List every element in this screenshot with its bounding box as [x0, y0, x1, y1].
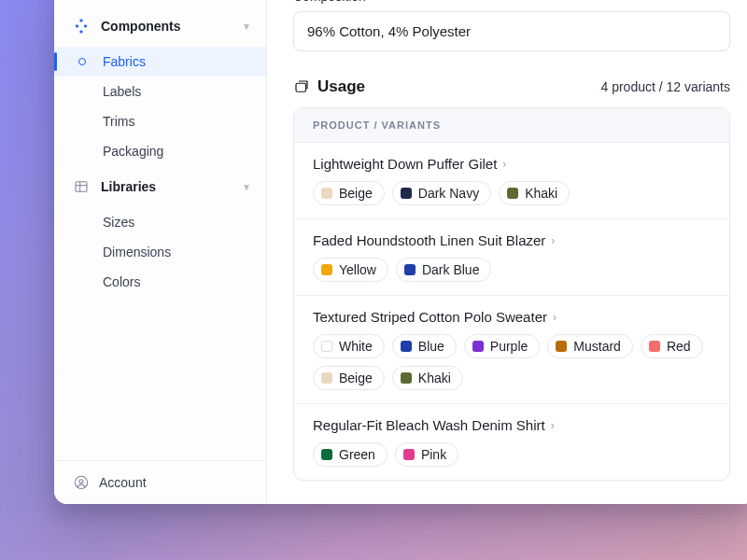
- usage-title: Usage: [317, 77, 365, 96]
- sidebar-item-colors[interactable]: Colors: [54, 267, 266, 297]
- sidebar-section-label: Libraries: [101, 179, 156, 194]
- variant-chip[interactable]: Dark Navy: [392, 181, 491, 205]
- sidebar-item-label: Trims: [103, 114, 134, 129]
- variant-chip[interactable]: Beige: [313, 181, 385, 205]
- usage-row: Regular-Fit Bleach Wash Denim Shirt›Gree…: [294, 404, 729, 480]
- variant-label: Yellow: [339, 262, 376, 277]
- composition-label: Composition: [293, 0, 730, 4]
- variant-label: Mustard: [573, 339, 621, 354]
- sidebar-section-libraries[interactable]: Libraries▼: [54, 166, 266, 207]
- color-swatch: [401, 341, 412, 352]
- color-swatch: [472, 341, 484, 352]
- svg-rect-7: [79, 30, 83, 34]
- sidebar-item-label: Fabrics: [103, 54, 146, 69]
- sidebar-section-label: Components: [101, 19, 181, 34]
- svg-rect-4: [79, 19, 83, 22]
- chevron-right-icon: ›: [502, 158, 506, 171]
- chevron-down-icon: ▼: [242, 182, 251, 192]
- main-content: Composition Usage 4 product / 12 variant…: [267, 0, 747, 504]
- variant-label: Dark Blue: [422, 262, 479, 277]
- variant-chips: BeigeDark NavyKhaki: [313, 181, 711, 205]
- variant-chip[interactable]: Dark Blue: [396, 258, 491, 282]
- variant-label: White: [339, 339, 373, 354]
- active-dot-icon: [78, 58, 86, 65]
- color-swatch: [321, 372, 332, 384]
- sidebar-item-packaging[interactable]: Packaging: [54, 136, 266, 166]
- variant-label: Beige: [339, 371, 373, 385]
- variant-chip[interactable]: Blue: [392, 334, 457, 358]
- usage-meta: 4 product / 12 variants: [600, 79, 730, 94]
- product-link[interactable]: Lightweight Down Puffer Gilet›: [313, 156, 711, 172]
- color-swatch: [649, 341, 660, 352]
- sidebar-item-labels[interactable]: Labels: [54, 77, 266, 106]
- variant-chip[interactable]: White: [313, 334, 385, 358]
- variant-label: Green: [339, 447, 375, 462]
- diamonds-icon: [73, 18, 90, 35]
- variant-chip[interactable]: Yellow: [313, 258, 388, 282]
- usage-section-header: Usage 4 product / 12 variants: [293, 77, 730, 96]
- cards-icon: [293, 78, 310, 95]
- variant-chip[interactable]: Khaki: [392, 366, 463, 390]
- color-swatch: [556, 341, 567, 352]
- variant-chip[interactable]: Pink: [395, 442, 458, 467]
- usage-row: Lightweight Down Puffer Gilet›BeigeDark …: [294, 143, 729, 219]
- chevron-right-icon: ›: [551, 234, 555, 247]
- usage-row: Faded Houndstooth Linen Suit Blazer›Yell…: [294, 219, 729, 296]
- usage-table-header: PRODUCT / VARIANTS: [294, 108, 729, 143]
- product-name-label: Textured Striped Cotton Polo Sweater: [313, 309, 547, 325]
- variant-chip[interactable]: Beige: [313, 366, 385, 390]
- sidebar-item-label: Dimensions: [103, 245, 171, 259]
- sidebar-item-label: Sizes: [103, 215, 134, 230]
- color-swatch: [321, 449, 332, 460]
- usage-row: Textured Striped Cotton Polo Sweater›Whi…: [294, 296, 729, 404]
- variant-chips: WhiteBluePurpleMustardRedBeigeKhaki: [313, 334, 711, 390]
- sidebar-section-components[interactable]: Components▼: [54, 6, 266, 47]
- color-swatch: [321, 341, 332, 352]
- account-label: Account: [99, 475, 147, 490]
- color-swatch: [401, 372, 412, 384]
- variant-chip[interactable]: Green: [313, 442, 388, 467]
- product-name-label: Regular-Fit Bleach Wash Denim Shirt: [313, 417, 545, 433]
- color-swatch: [401, 188, 412, 199]
- svg-point-12: [79, 480, 83, 483]
- sidebar-item-fabrics[interactable]: Fabrics: [54, 47, 266, 77]
- color-swatch: [507, 188, 518, 199]
- svg-rect-8: [76, 182, 87, 192]
- variant-chip[interactable]: Mustard: [547, 334, 633, 358]
- chevron-down-icon: ▼: [242, 21, 251, 32]
- variant-label: Blue: [418, 339, 444, 354]
- variant-label: Purple: [490, 339, 528, 354]
- product-link[interactable]: Regular-Fit Bleach Wash Denim Shirt›: [313, 417, 711, 433]
- variant-label: Pink: [421, 447, 446, 462]
- variant-label: Khaki: [418, 371, 451, 385]
- account-icon: [73, 474, 90, 491]
- product-link[interactable]: Textured Striped Cotton Polo Sweater›: [313, 309, 711, 325]
- sidebar-item-label: Labels: [103, 84, 141, 99]
- variant-label: Dark Navy: [418, 186, 479, 201]
- svg-rect-13: [296, 83, 306, 91]
- sidebar-item-label: Packaging: [103, 144, 163, 159]
- color-swatch: [321, 188, 332, 199]
- usage-table: PRODUCT / VARIANTS Lightweight Down Puff…: [293, 107, 730, 481]
- product-name-label: Lightweight Down Puffer Gilet: [313, 156, 497, 172]
- color-swatch: [403, 449, 415, 460]
- sidebar: ProductsComponents▼FabricsLabelsTrimsPac…: [54, 0, 267, 504]
- product-link[interactable]: Faded Houndstooth Linen Suit Blazer›: [313, 232, 711, 248]
- sidebar-item-label: Colors: [103, 274, 140, 289]
- product-name-label: Faded Houndstooth Linen Suit Blazer: [313, 232, 545, 248]
- sidebar-item-dimensions[interactable]: Dimensions: [54, 237, 266, 267]
- composition-input[interactable]: [293, 11, 730, 51]
- variant-chip[interactable]: Purple: [464, 334, 540, 358]
- color-swatch: [404, 264, 416, 275]
- sidebar-item-sizes[interactable]: Sizes: [54, 207, 266, 237]
- variant-label: Khaki: [525, 186, 557, 201]
- composition-field: Composition: [293, 0, 730, 51]
- account-link[interactable]: Account: [54, 460, 266, 504]
- variant-chip[interactable]: Khaki: [499, 181, 570, 205]
- app-window: ProductsComponents▼FabricsLabelsTrimsPac…: [54, 0, 747, 504]
- variant-chip[interactable]: Red: [641, 334, 703, 358]
- variant-chips: GreenPink: [313, 442, 711, 467]
- svg-rect-6: [83, 24, 87, 28]
- sidebar-item-trims[interactable]: Trims: [54, 106, 266, 136]
- svg-point-11: [75, 476, 87, 488]
